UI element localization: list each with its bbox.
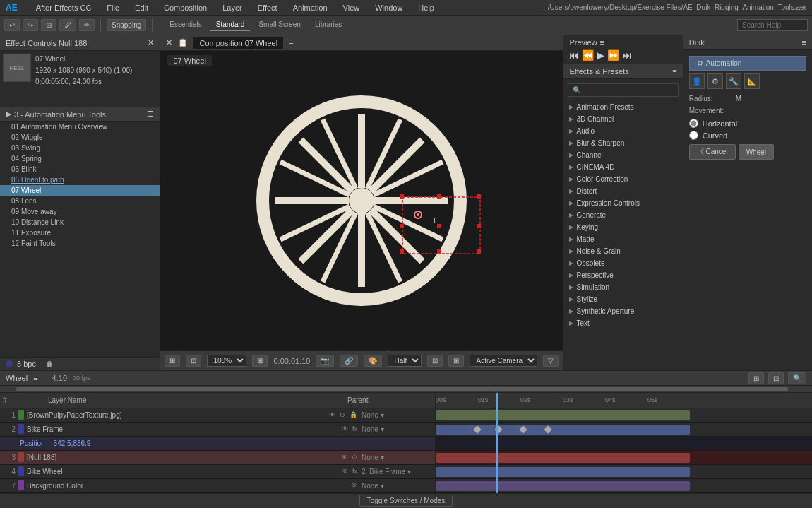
duik-wheel-btn[interactable]: Wheel <box>739 144 774 160</box>
section-options-icon[interactable]: ☰ <box>147 110 154 119</box>
project-item-07[interactable]: 07 Wheel <box>0 185 160 196</box>
menu-layer[interactable]: Layer <box>220 2 245 13</box>
effects-color-correction[interactable]: ▶ Color Correction <box>563 173 682 185</box>
effects-synthetic-aperture[interactable]: ▶ Synthetic Aperture <box>563 305 682 317</box>
timeline-btn2[interactable]: ⊡ <box>768 372 784 384</box>
horizontal-radio[interactable] <box>689 119 698 128</box>
close-comp-icon[interactable]: ✕ <box>166 38 172 47</box>
layer-visibility[interactable]: 👁 <box>340 425 350 432</box>
duik-menu-icon[interactable]: ≡ <box>802 38 806 47</box>
effects-obsolete[interactable]: ▶ Obsolete <box>563 257 682 269</box>
menu-animation[interactable]: Animation <box>290 2 330 13</box>
project-item-09[interactable]: 09 Move away <box>0 206 160 217</box>
close-icon[interactable]: ✕ <box>148 38 154 47</box>
preview-skip-back[interactable]: ⏮ <box>569 49 579 61</box>
comp-ctrl-btn7[interactable]: ⊡ <box>427 355 443 367</box>
duik-automation-btn[interactable]: ⚙ Automation <box>689 56 806 71</box>
duik-icon-gear[interactable]: ⚙ <box>707 73 723 89</box>
comp-ctrl-btn4[interactable]: 📷 <box>316 355 334 367</box>
layer-visibility[interactable]: 👁 <box>350 482 359 489</box>
duik-icon-wrench[interactable]: 🔧 <box>726 73 741 89</box>
preview-step-forward[interactable]: ⏩ <box>607 49 619 61</box>
effects-blur-sharpen[interactable]: ▶ Blur & Sharpen <box>563 137 682 149</box>
layer-visibility[interactable]: 👁 <box>328 411 337 418</box>
toggle-switches-modes-btn[interactable]: Toggle Switches / Modes <box>359 495 453 507</box>
menu-file[interactable]: File <box>104 2 122 13</box>
effects-noise-grain[interactable]: ▶ Noise & Grain <box>563 245 682 257</box>
layer-row[interactable]: 2 Bike Frame 👁 fx None ▾ <box>0 423 435 437</box>
project-item-01[interactable]: 01 Automation Menu Overview <box>0 122 160 132</box>
effects-matte[interactable]: ▶ Matte <box>563 233 682 245</box>
comp-viewer[interactable]: 07 Wheel <box>160 51 563 350</box>
layer-solo[interactable]: ⊙ <box>350 454 359 461</box>
layer-row[interactable]: 7 Background Color 👁 None ▾ <box>0 479 435 493</box>
layer-visibility[interactable]: 👁 <box>340 468 350 475</box>
layer-solo[interactable]: ⊙ <box>338 411 347 418</box>
layer-fx[interactable]: fx <box>351 468 359 475</box>
search-input[interactable] <box>737 19 808 31</box>
toolbar-btn-4[interactable]: 🖊 <box>59 19 76 31</box>
timeline-menu-icon[interactable]: ≡ <box>33 374 37 382</box>
tab-essentials[interactable]: Essentials <box>164 19 208 31</box>
camera-select[interactable]: Active Camera <box>470 355 537 367</box>
toolbar-btn-2[interactable]: ↪ <box>23 19 38 31</box>
menu-edit[interactable]: Edit <box>132 2 151 13</box>
project-item-11[interactable]: 11 Exposure <box>0 228 160 238</box>
layer-row[interactable]: 1 [BrownPulpyPaperTexture.jpg] 👁 ⊙ 🔒 Non… <box>0 408 435 423</box>
effects-simulation[interactable]: ▶ Simulation <box>563 281 682 293</box>
tab-libraries[interactable]: Libraries <box>309 19 347 31</box>
project-item-02[interactable]: 02 Wiggle <box>0 132 160 143</box>
comp-tab-name[interactable]: Composition 07 Wheel <box>193 37 283 49</box>
project-item-06[interactable]: 06 Orient to path <box>0 175 160 185</box>
effects-expression-controls[interactable]: ▶ Expression Controls <box>563 197 682 209</box>
tab-standard[interactable]: Standard <box>210 19 251 31</box>
effects-distort[interactable]: ▶ Distort <box>563 185 682 197</box>
layer-visibility[interactable]: 👁 <box>340 454 349 461</box>
preview-play[interactable]: ▶ <box>597 49 604 61</box>
effects-audio[interactable]: ▶ Audio <box>563 125 682 137</box>
layer-row[interactable]: 4 Bike Wheel 👁 fx 2. Bike Frame ▾ <box>0 465 435 479</box>
tab-small-screen[interactable]: Small Screen <box>253 19 306 31</box>
comp-ctrl-btn9[interactable]: ▽ <box>543 355 559 367</box>
quality-select[interactable]: Half <box>388 355 422 367</box>
preview-skip-forward[interactable]: ⏭ <box>622 49 632 61</box>
project-item-05[interactable]: 05 Blink <box>0 164 160 175</box>
menu-composition[interactable]: Composition <box>161 2 210 13</box>
curved-radio[interactable] <box>689 131 698 140</box>
menu-help[interactable]: Help <box>415 2 437 13</box>
trash-icon[interactable]: 🗑 <box>46 360 54 368</box>
effects-keying[interactable]: ▶ Keying <box>563 221 682 233</box>
effects-3d-channel[interactable]: ▶ 3D Channel <box>563 113 682 125</box>
timeline-btn1[interactable]: ⊞ <box>748 372 764 384</box>
project-item-10[interactable]: 10 Distance Link <box>0 217 160 228</box>
menu-effect[interactable]: Effect <box>255 2 280 13</box>
timeline-search-btn[interactable]: 🔍 <box>788 372 806 384</box>
effects-perspective[interactable]: ▶ Perspective <box>563 269 682 281</box>
menu-after-effects[interactable]: After Effects CC <box>33 2 95 13</box>
duik-icon-person[interactable]: 👤 <box>689 73 705 89</box>
effects-presets-menu-icon[interactable]: ≡ <box>672 67 676 76</box>
snapping-btn[interactable]: Snapping <box>107 19 146 31</box>
comp-tab-menu-icon[interactable]: ≡ <box>289 39 293 47</box>
effects-generate[interactable]: ▶ Generate <box>563 209 682 221</box>
comp-ctrl-btn1[interactable]: ⊞ <box>165 355 180 367</box>
comp-ctrl-btn5[interactable]: 🔗 <box>340 355 358 367</box>
comp-ctrl-btn6[interactable]: 🎨 <box>364 355 382 367</box>
project-item-08[interactable]: 08 Lens <box>0 196 160 206</box>
effects-stylize[interactable]: ▶ Stylize <box>563 293 682 305</box>
effects-search-input[interactable] <box>568 83 678 97</box>
toolbar-btn-5[interactable]: ✏ <box>79 19 95 31</box>
toolbar-btn-3[interactable]: ⊞ <box>41 19 56 31</box>
comp-ctrl-btn2[interactable]: ⊡ <box>186 355 201 367</box>
project-item-04[interactable]: 04 Spring <box>0 153 160 164</box>
comp-ctrl-btn8[interactable]: ⊞ <box>448 355 464 367</box>
menu-view[interactable]: View <box>340 2 363 13</box>
timeline-scrubber[interactable] <box>0 386 812 393</box>
menu-window[interactable]: Window <box>372 2 405 13</box>
project-item-03[interactable]: 03 Swing <box>0 143 160 153</box>
duik-cancel-btn[interactable]: 《 Cancel <box>689 144 736 160</box>
preview-step-back[interactable]: ⏪ <box>582 49 594 61</box>
layer-lock[interactable]: 🔒 <box>348 411 359 418</box>
effects-channel[interactable]: ▶ Channel <box>563 149 682 161</box>
project-item-12[interactable]: 12 Paint Tools <box>0 238 160 249</box>
